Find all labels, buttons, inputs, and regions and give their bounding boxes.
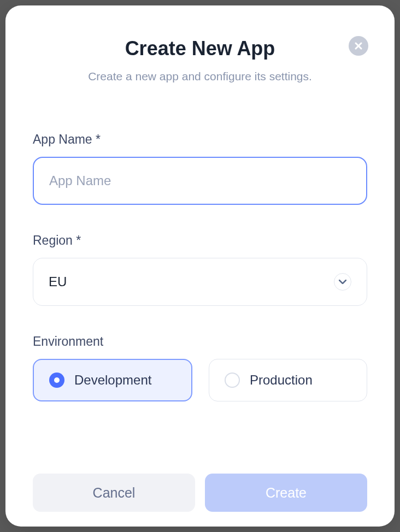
radio-label-production: Production xyxy=(250,373,313,388)
modal-title: Create New App xyxy=(33,37,367,60)
app-name-group: App Name * xyxy=(33,132,367,205)
region-selected-value: EU xyxy=(49,274,67,289)
radio-icon xyxy=(225,373,240,388)
chevron-wrap xyxy=(334,273,351,291)
chevron-down-icon xyxy=(339,280,346,284)
cancel-button[interactable]: Cancel xyxy=(33,474,195,512)
app-name-input[interactable] xyxy=(33,157,367,205)
create-app-modal: Create New App Create a new app and conf… xyxy=(5,5,395,527)
button-row: Cancel Create xyxy=(33,474,367,512)
region-select-wrapper: EU xyxy=(33,258,367,306)
modal-subtitle: Create a new app and configure its setti… xyxy=(33,70,367,83)
radio-icon xyxy=(49,373,64,388)
modal-header: Create New App Create a new app and conf… xyxy=(33,37,367,83)
environment-group: Environment Development Production xyxy=(33,334,367,401)
environment-option-production[interactable]: Production xyxy=(209,359,367,401)
close-icon xyxy=(355,42,362,50)
region-group: Region * EU xyxy=(33,233,367,306)
environment-label: Environment xyxy=(33,334,367,349)
environment-radio-row: Development Production xyxy=(33,359,367,401)
region-select[interactable]: EU xyxy=(33,258,367,306)
environment-option-development[interactable]: Development xyxy=(33,359,192,401)
app-name-label: App Name * xyxy=(33,132,367,147)
create-button[interactable]: Create xyxy=(205,474,367,512)
close-button[interactable] xyxy=(349,36,368,56)
radio-label-development: Development xyxy=(74,373,151,388)
region-label: Region * xyxy=(33,233,367,248)
